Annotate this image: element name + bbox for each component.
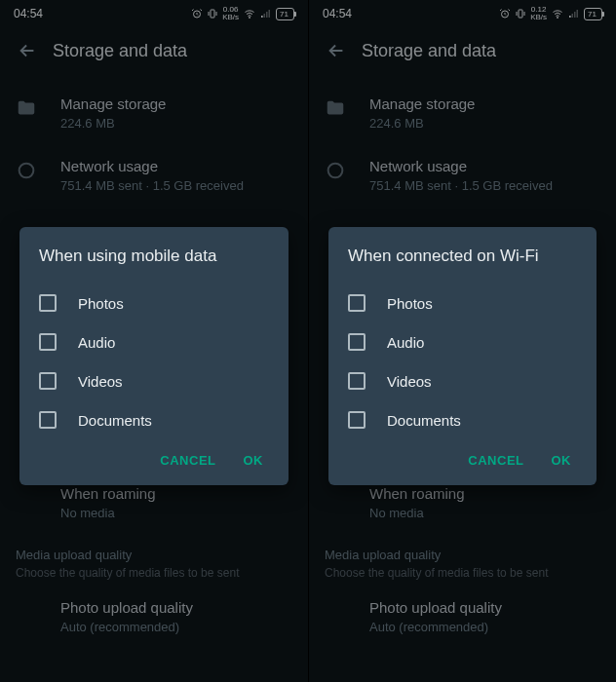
checkbox[interactable] xyxy=(348,411,366,429)
dialog-actions: CANCEL OK xyxy=(348,439,577,475)
cancel-button[interactable]: CANCEL xyxy=(160,453,215,468)
checkbox[interactable] xyxy=(348,294,366,312)
ok-button[interactable]: OK xyxy=(552,453,572,468)
left-pane: 04:54 0.06 KB/s 71 Storage and dat xyxy=(0,0,308,682)
option-label: Audio xyxy=(387,334,424,351)
option-label: Documents xyxy=(78,412,152,429)
option-label: Videos xyxy=(387,373,432,390)
option-label: Documents xyxy=(387,412,461,429)
checkbox[interactable] xyxy=(348,333,366,351)
option-videos[interactable]: Videos xyxy=(348,361,577,400)
dialog-title: When connected on Wi-Fi xyxy=(348,246,577,266)
option-photos[interactable]: Photos xyxy=(39,284,269,322)
option-audio[interactable]: Audio xyxy=(39,322,269,361)
checkbox[interactable] xyxy=(39,411,57,429)
checkbox[interactable] xyxy=(39,333,57,351)
option-documents[interactable]: Documents xyxy=(348,400,577,439)
dialog-actions: CANCEL OK xyxy=(39,439,269,475)
ok-button[interactable]: OK xyxy=(244,453,264,468)
media-autodownload-dialog: When connected on Wi-Fi Photos Audio Vid… xyxy=(328,227,597,485)
option-audio[interactable]: Audio xyxy=(348,322,577,361)
option-photos[interactable]: Photos xyxy=(348,284,577,322)
dialog-title: When using mobile data xyxy=(39,246,269,266)
option-documents[interactable]: Documents xyxy=(39,400,269,439)
option-videos[interactable]: Videos xyxy=(39,361,269,400)
cancel-button[interactable]: CANCEL xyxy=(468,453,523,468)
checkbox[interactable] xyxy=(348,372,366,390)
right-pane: 04:54 0.12 KB/s 71 Storage and dat xyxy=(308,0,616,682)
checkbox[interactable] xyxy=(39,294,57,312)
checkbox[interactable] xyxy=(39,372,57,390)
option-label: Photos xyxy=(78,295,124,312)
option-label: Photos xyxy=(387,295,433,312)
option-label: Videos xyxy=(78,373,123,390)
media-autodownload-dialog: When using mobile data Photos Audio Vide… xyxy=(19,227,289,485)
option-label: Audio xyxy=(78,334,115,351)
